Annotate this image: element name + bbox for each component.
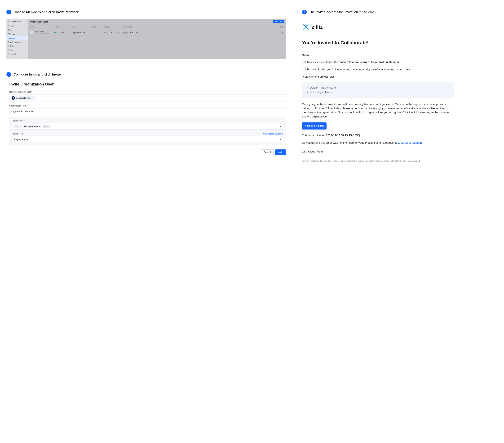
page-title: Organization Users (30, 21, 48, 23)
sidebar-item-activities[interactable]: Activities (6, 44, 28, 48)
project-tag: test✕ (43, 125, 51, 128)
external-link-icon (281, 133, 283, 135)
col-email-verified: Email Verified (122, 26, 141, 28)
chip-email: bob@zilliz.com (16, 97, 31, 99)
step-2-badge: 2 (6, 72, 11, 77)
chevron-down-icon: ▼ (280, 139, 281, 140)
org-role-value: Organization Member (11, 110, 33, 113)
view-access-levels-link[interactable]: View Access Levels (262, 132, 283, 135)
sidebar-org-header[interactable]: Organization (6, 19, 28, 24)
new-user-input[interactable]: B bob@zilliz.com ✕ (9, 94, 286, 102)
invite-user-button[interactable]: Invite User (273, 20, 284, 23)
avatar: L (30, 31, 34, 34)
step-3-text: The invitee accepts the invitation in th… (309, 10, 377, 14)
email-project-item: test - Project Owner (310, 90, 450, 94)
project-access-label: Project Access (12, 120, 283, 122)
user-last-login: Apr 26, 2023 10:11 AM (103, 32, 122, 34)
email-greeting: Hello, (302, 53, 454, 57)
user-name: Zilliz Cloud (You) (35, 31, 49, 33)
support-link[interactable]: Zilliz Cloud Support (398, 141, 422, 144)
org-role-select[interactable]: Organization Member ▼ (9, 108, 286, 114)
project-access-card: Project Access ddd✕ Default Project✕ tes… (9, 117, 286, 145)
tag-remove-icon[interactable]: ✕ (19, 126, 21, 128)
user-email-verified: May 25, 2023 5:27 PM (122, 32, 141, 34)
sidebar-item-organization-alert[interactable]: Organization Alert (6, 40, 28, 44)
email-line-2: bob has also invited you to the followin… (302, 67, 454, 72)
sidebar-item-billing[interactable]: Billing (6, 28, 28, 32)
col-roles[interactable]: Roles▲▼ (72, 26, 91, 28)
sidebar-item-projects[interactable]: Projects (6, 24, 28, 28)
sidebar-item-settings[interactable]: Settings (6, 48, 28, 52)
svg-rect-0 (8, 20, 9, 22)
project-role-label: Project Role (12, 132, 23, 135)
svg-rect-1 (9, 21, 9, 22)
project-tag: Default Project✕ (23, 125, 41, 128)
table-row: L Zilliz Cloud (You) zilliz.cloud@zilliz… (28, 29, 286, 36)
user-role: Organization Owner (72, 32, 91, 34)
org-icon (8, 20, 10, 22)
status-badge: ACCEPTED (54, 32, 72, 33)
email-project-item: Default - Project Owner (310, 86, 450, 90)
step-1: 1 Choose Members and click Invite Member… (6, 10, 286, 59)
step-3-badge: 3 (302, 10, 307, 15)
step-2-text: Configure fields and click Invite. (14, 73, 62, 76)
email-headline: You're Invited to Collaborate! (302, 39, 454, 46)
email-projects-box: Default - Project Owner test - Project O… (302, 82, 454, 98)
tag-remove-icon[interactable]: ✕ (39, 126, 40, 128)
step-2: 2 Configure fields and click Invite. Inv… (6, 72, 286, 156)
new-user-label: New Organization User* (9, 91, 286, 93)
project-role-select[interactable]: Project Admin ▼ (12, 136, 283, 142)
tag-remove-icon[interactable]: ✕ (48, 126, 50, 128)
sidebar-item-recycle-bin[interactable]: Recycle Bin (6, 52, 28, 56)
zilliz-star-icon (302, 23, 310, 31)
sort-icon: ▲▼ (59, 26, 62, 27)
user-email: zilliz.cloud@zilliz.com (35, 33, 49, 35)
step-1-badge: 1 (6, 10, 11, 15)
chip-avatar: B (12, 96, 15, 100)
col-status[interactable]: Status▲▼ (54, 26, 72, 28)
sidebar-item-api-keys[interactable]: API Keys (6, 32, 28, 36)
zilliz-wordmark: zilliz (312, 23, 323, 31)
email-projects-label: Project(s) and project roles: (302, 75, 454, 79)
col-users[interactable]: Users▲▼ (30, 26, 54, 28)
col-last-login: Last Login (103, 26, 122, 28)
project-role-value: Project Admin (14, 138, 28, 141)
sort-icon: ▲▼ (35, 26, 37, 27)
invite-button[interactable]: Invite (275, 149, 286, 155)
zilliz-logo: zilliz (302, 23, 454, 31)
email-preview: zilliz You're Invited to Collaborate! He… (302, 19, 456, 163)
org-role-label: Organization Role (9, 105, 286, 107)
accept-invitation-button[interactable]: Accept Invitation (302, 122, 326, 129)
email-chip: B bob@zilliz.com ✕ (11, 96, 36, 100)
form-title: Invite Organization User (9, 82, 286, 86)
email-paragraph: Once you join these projects, you will a… (302, 102, 454, 119)
sort-icon: ▲▼ (77, 26, 79, 27)
members-screenshot: Organization Projects Billing API Keys M… (6, 19, 286, 59)
chevron-down-icon: ▼ (282, 111, 284, 112)
email-wrong-recipient: Do you believe this email was not intend… (302, 141, 454, 145)
email-divider (302, 157, 454, 157)
sidebar-item-members[interactable]: Members (6, 36, 28, 40)
user-projects: 1 (91, 32, 103, 34)
project-tag: ddd✕ (14, 125, 22, 128)
email-line-1: bob has invited you to join the organiza… (302, 60, 454, 64)
invite-form: Invite Organization User New Organizatio… (6, 81, 286, 156)
col-projects: Projects (91, 26, 103, 28)
cancel-button[interactable]: Cancel (261, 149, 273, 155)
email-expiry: This link expires on 2023-11-16 08:29:25… (302, 133, 454, 138)
row-actions-menu[interactable]: ••• (281, 32, 284, 34)
email-footer: You have received this mandatory service… (302, 159, 454, 163)
chevron-down-icon: ▼ (280, 126, 281, 127)
chip-remove-icon[interactable]: ✕ (33, 97, 34, 99)
email-signoff: Zilliz Cloud Team (302, 149, 454, 154)
sidebar: Organization Projects Billing API Keys M… (6, 19, 28, 59)
project-access-select[interactable]: ddd✕ Default Project✕ test✕ ▼ (12, 123, 283, 130)
status-dot-icon (54, 32, 56, 33)
col-actions: Actions (141, 26, 284, 28)
step-1-text: Choose Members and click Invite Member. (14, 10, 79, 14)
table-header: Users▲▼ Status▲▼ Roles▲▼ Projects Last L… (28, 25, 286, 29)
users-table: Users▲▼ Status▲▼ Roles▲▼ Projects Last L… (28, 25, 286, 36)
step-3: 3 The invitee accepts the invitation in … (302, 10, 456, 163)
